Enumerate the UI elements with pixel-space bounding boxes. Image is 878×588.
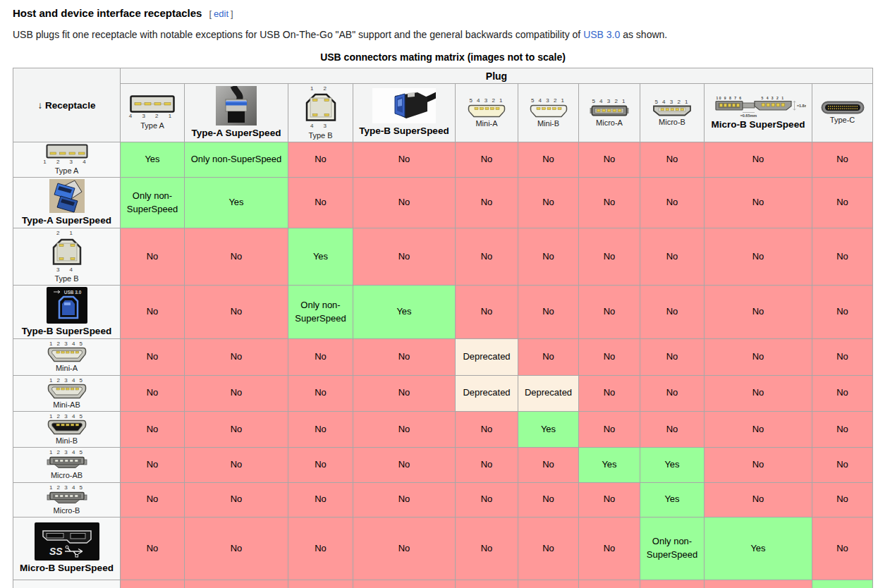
cell-mini-ab-type-b: No — [288, 375, 353, 411]
cell-type-a-superspeed-type-b-superspeed: No — [353, 178, 456, 228]
cell-micro-b-superspeed-type-b-superspeed: No — [353, 517, 456, 580]
type-b-superspeed-receptacle-label: Type-B SuperSpeed — [22, 326, 111, 337]
pin-numbers-top: 1 2 — [310, 85, 331, 92]
micro-b-receptacle-icon[interactable] — [46, 491, 88, 505]
micro-b-receptacle: 1 2 3 4 5Micro-B — [15, 484, 118, 515]
plug-column-type-a-superspeed: Type-A SuperSpeed — [185, 84, 288, 142]
usb3-link[interactable]: USB 3.0 — [583, 29, 620, 40]
cell-mini-b-type-b-superspeed: No — [353, 411, 456, 447]
cell-micro-b-type-a-superspeed: No — [185, 482, 288, 517]
edit-link[interactable]: edit — [214, 8, 228, 19]
cell-mini-a-micro-b: No — [640, 339, 705, 375]
plug-column-micro-a: 5 4 3 2 1Micro-A — [579, 84, 640, 142]
cell-type-a-superspeed-micro-b-superspeed: No — [705, 178, 812, 228]
svg-text:≈1.8mm: ≈1.8mm — [797, 104, 806, 108]
type-a-receptacle-icon[interactable] — [46, 144, 88, 159]
type-b-receptacle-icon[interactable] — [51, 237, 83, 267]
cell-type-a-micro-a: No — [579, 142, 640, 177]
mini-a-receptacle-label: Mini-A — [56, 364, 78, 373]
mini-a-plug-icon[interactable] — [468, 104, 506, 118]
cell-micro-b-type-c: No — [812, 482, 873, 517]
plug-column-mini-b: 5 4 3 2 1Mini-B — [518, 84, 579, 142]
cell-micro-b-mini-a: No — [456, 482, 518, 517]
cell-mini-ab-mini-b: Deprecated — [518, 375, 579, 411]
cell-mini-a-type-a: No — [121, 339, 185, 375]
cell-type-a-micro-b-superspeed: No — [705, 142, 812, 177]
type-a-superspeed-plug-icon[interactable] — [216, 86, 257, 125]
type-a-receptacle: 1 2 3 4Type A — [15, 144, 118, 176]
cell-type-c-type-c: Yes — [812, 580, 873, 588]
cell-type-b-type-c: No — [812, 228, 873, 286]
mini-b-plug-icon[interactable] — [530, 104, 568, 118]
micro-b-superspeed-receptacle: SSMicro-B SuperSpeed — [15, 522, 118, 574]
cell-mini-b-mini-b: Yes — [518, 411, 579, 447]
receptacle-row-mini-b: 1 2 3 4 5Mini-BNoNoNoNoNoYesNoNoNoNo — [13, 411, 873, 447]
micro-b-superspeed-receptacle-label: Micro-B SuperSpeed — [20, 563, 114, 574]
receptacle-row-mini-a: 1 2 3 4 5Mini-ANoNoNoNoDeprecatedNoNoNoN… — [13, 339, 873, 375]
cell-mini-a-micro-b-superspeed: No — [705, 339, 812, 375]
type-b-superspeed-receptacle-icon[interactable]: USB 3.0 — [47, 287, 87, 324]
type-a-plug-icon[interactable] — [130, 95, 175, 113]
type-c-plug-icon[interactable] — [821, 101, 865, 114]
cell-mini-b-type-b: No — [288, 411, 353, 447]
cell-type-c-type-b-superspeed: No — [353, 580, 456, 588]
cell-micro-b-micro-b: Yes — [640, 482, 705, 517]
mini-a-plug-label: Mini-A — [475, 119, 497, 128]
cell-micro-b-type-a: No — [121, 482, 185, 517]
cell-type-a-superspeed-micro-a: No — [579, 178, 640, 228]
micro-a-plug-icon[interactable] — [588, 105, 630, 117]
micro-b-plug-icon[interactable] — [651, 105, 693, 116]
cell-mini-a-type-a-superspeed: No — [185, 339, 288, 375]
type-b-superspeed-plug-icon[interactable] — [372, 88, 436, 123]
type-b-superspeed-plug: Type-B SuperSpeed — [355, 88, 453, 137]
micro-b-plug: 5 4 3 2 1Micro-B — [642, 99, 702, 127]
type-b-plug-label: Type B — [308, 131, 332, 140]
cell-type-a-mini-b: No — [518, 142, 579, 177]
receptacle-row-type-b-superspeed: USB 3.0Type-B SuperSpeedNoNoOnly non-Sup… — [13, 285, 873, 338]
receptacle-header-type-c: Type-C — [13, 580, 121, 588]
mini-b-receptacle-icon[interactable] — [47, 419, 87, 435]
micro-b-superspeed-plug: 10 9 8 7 65 4 3 2 1≈1.8mm≈0.65mmMicro-B … — [706, 94, 810, 130]
cell-micro-b-superspeed-micro-b: Only non-SuperSpeed — [640, 517, 705, 580]
receptacle-header-micro-ab: 1 2 3 4 5Micro-AB — [13, 448, 121, 482]
pin-numbers-bottom: 3 4 — [56, 267, 77, 273]
micro-b-superspeed-receptacle-icon[interactable]: SS — [35, 522, 99, 561]
receptacle-row-mini-ab: 1 2 3 4 5Mini-ABNoNoNoNoDeprecatedDeprec… — [13, 375, 873, 411]
cell-type-b-superspeed-micro-b-superspeed: No — [705, 285, 812, 338]
type-a-superspeed-plug: Type-A SuperSpeed — [186, 86, 286, 139]
cell-type-a-type-c: No — [812, 142, 873, 177]
plug-column-micro-b-superspeed: 10 9 8 7 65 4 3 2 1≈1.8mm≈0.65mmMicro-B … — [705, 84, 812, 142]
receptacle-row-type-b: 2 13 4Type BNoNoYesNoNoNoNoNoNoNo — [13, 228, 873, 286]
cell-type-b-mini-b: No — [518, 228, 579, 286]
pin-numbers-bottom: 4 3 2 1 — [129, 113, 176, 119]
plug-column-mini-a: 5 4 3 2 1Mini-A — [456, 84, 518, 142]
type-b-plug-icon[interactable] — [304, 92, 338, 123]
cell-micro-b-micro-b-superspeed: No — [705, 482, 812, 517]
mini-ab-receptacle-icon[interactable] — [47, 384, 87, 399]
cell-micro-ab-type-c: No — [812, 448, 873, 482]
cell-type-c-micro-a: No — [579, 580, 640, 588]
intro-paragraph: USB plugs fit one receptacle with notabl… — [13, 27, 872, 42]
micro-ab-receptacle-icon[interactable] — [46, 455, 88, 470]
type-c-plug: Type-C — [814, 101, 871, 125]
type-a-superspeed-plug-label: Type-A SuperSpeed — [192, 128, 281, 139]
cell-mini-a-type-b-superspeed: No — [353, 339, 456, 375]
receptacle-row-type-c: Type-CNoNoNoNoNoNoNoNoNoYes — [13, 580, 873, 588]
mini-a-receptacle-icon[interactable] — [47, 347, 87, 362]
receptacle-header-micro-b: 1 2 3 4 5Micro-B — [13, 482, 121, 517]
type-a-superspeed-receptacle-icon[interactable] — [49, 179, 85, 213]
cell-type-b-micro-b: No — [640, 228, 705, 286]
cell-type-b-superspeed-type-b: Only non-SuperSpeed — [288, 285, 353, 338]
micro-b-superspeed-plug-icon[interactable]: 10 9 8 7 65 4 3 2 1≈1.8mm≈0.65mm — [710, 94, 806, 117]
receptacle-header-mini-a: 1 2 3 4 5Mini-A — [13, 339, 121, 375]
section-heading-row: Host and device interface receptacles[ed… — [13, 7, 872, 19]
cell-type-a-type-b: No — [288, 142, 353, 177]
cell-micro-b-mini-b: No — [518, 482, 579, 517]
micro-a-plug: 5 4 3 2 1Micro-A — [580, 98, 638, 127]
edit-bracket-close: ] — [231, 8, 233, 19]
cell-type-b-type-b: Yes — [288, 228, 353, 286]
receptacle-header-type-a-superspeed: Type-A SuperSpeed — [13, 178, 121, 228]
cell-type-a-superspeed-mini-b: No — [518, 178, 579, 228]
cell-mini-b-mini-a: No — [456, 411, 518, 447]
mini-ab-receptacle-label: Mini-AB — [53, 400, 80, 410]
